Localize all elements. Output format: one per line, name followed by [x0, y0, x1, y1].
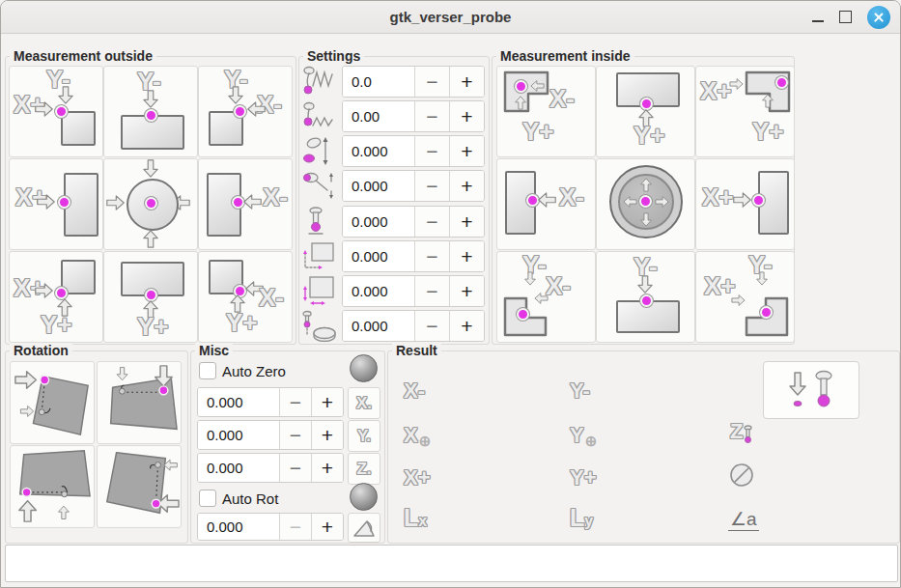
settings-value-input[interactable]	[343, 276, 414, 306]
misc-z-value-input[interactable]	[198, 454, 279, 482]
probe-down-button[interactable]	[763, 361, 859, 419]
misc-spin-row: − +	[197, 387, 344, 417]
increment-button[interactable]: +	[449, 171, 484, 201]
settings-value-input[interactable]	[343, 101, 414, 131]
decrement-button[interactable]: −	[279, 388, 311, 416]
decrement-button[interactable]: −	[414, 241, 449, 271]
zero-z-button[interactable]: Z.	[348, 453, 380, 485]
down-arrow-icon	[756, 271, 768, 286]
x-minus-label: X-	[259, 285, 284, 310]
right-arrow-icon	[655, 196, 669, 208]
decrement-button[interactable]: −	[279, 514, 311, 540]
probe-inside-hole-center-button[interactable]	[596, 158, 695, 250]
set-rotation-button[interactable]	[348, 513, 380, 543]
settings-value-input[interactable]	[343, 67, 414, 97]
x-plus-label: X+	[700, 78, 732, 103]
probe-inside-edge-top-button[interactable]: Y+	[596, 66, 695, 157]
increment-button[interactable]: +	[449, 311, 484, 341]
y-plus-label: Y+	[137, 314, 169, 339]
settings-value-input[interactable]	[343, 136, 414, 166]
left-arrow-icon	[623, 196, 637, 208]
workpiece-square	[61, 111, 96, 146]
increment-button[interactable]: +	[449, 67, 484, 97]
probe-inside-edge-bottom-button[interactable]: Y-	[596, 251, 695, 343]
increment-button[interactable]: +	[311, 388, 343, 416]
probe-outside-corner-bottom-left-button[interactable]: X+ Y+	[9, 251, 103, 343]
y-plus-label: Y+	[522, 119, 554, 144]
rotation-top-edge-button[interactable]	[97, 361, 182, 444]
probe-inside-corner-bottom-right-button[interactable]: Y- X+	[695, 251, 795, 343]
right-arrow-icon	[106, 195, 125, 210]
probe-inside-edge-right-button[interactable]: X+	[695, 158, 795, 250]
rotation-bottom-edge-button[interactable]	[10, 445, 95, 528]
settings-value-input[interactable]	[343, 241, 414, 271]
misc-spin-row: − +	[197, 453, 344, 483]
misc-rot-spin-row: − +	[197, 513, 344, 541]
left-arrow-icon	[538, 192, 556, 208]
misc-rot-value-input[interactable]	[198, 514, 279, 540]
decrement-button[interactable]: −	[279, 421, 311, 449]
message-entry[interactable]	[5, 545, 898, 582]
settings-value-input[interactable]	[343, 207, 414, 237]
settings-value-input[interactable]	[343, 171, 414, 201]
window-title: gtk_verser_probe	[390, 9, 512, 25]
decrement-button[interactable]: −	[414, 276, 449, 306]
increment-button[interactable]: +	[449, 101, 484, 131]
probe-outside-edge-right-button[interactable]: X-	[198, 158, 293, 250]
minimize-button[interactable]	[812, 13, 824, 22]
probe-outside-edge-top-button[interactable]: Y-	[103, 66, 198, 157]
decrement-button[interactable]: −	[414, 207, 449, 237]
settings-value-input[interactable]	[343, 311, 414, 341]
rotation-right-edge-button[interactable]	[97, 445, 182, 528]
zero-y-button[interactable]: Y.	[348, 420, 380, 452]
angle-icon	[352, 518, 376, 539]
probe-inside-corner-bottom-left-button[interactable]: Y- X-	[496, 251, 596, 343]
auto-zero-label: Auto Zero	[222, 363, 286, 379]
right-arrow-icon	[35, 101, 53, 117]
misc-y-value-input[interactable]	[198, 421, 279, 449]
latch-return-icon	[300, 170, 341, 202]
decrement-button[interactable]: −	[414, 67, 449, 97]
increment-button[interactable]: +	[449, 207, 484, 237]
rotation-left-edge-button[interactable]	[10, 361, 95, 444]
auto-zero-checkbox[interactable]	[199, 362, 216, 379]
probe-feed-icon	[300, 100, 341, 132]
x-plus-label: X+	[702, 184, 734, 210]
misc-frame: Misc Auto Zero − + X. − + Y. − + Z. Auto…	[190, 350, 385, 544]
probe-outside-corner-bottom-right-button[interactable]: X- Y+	[198, 251, 293, 343]
probe-inside-edge-left-button[interactable]: X-	[496, 158, 596, 250]
auto-rot-checkbox[interactable]	[199, 490, 216, 507]
zero-x-button[interactable]: X.	[348, 387, 380, 419]
decrement-button[interactable]: −	[279, 454, 311, 482]
probe-outside-edge-left-button[interactable]: X+	[9, 158, 103, 250]
probe-outside-edge-bottom-button[interactable]: Y+	[103, 251, 198, 343]
probe-outside-center-button[interactable]	[103, 158, 198, 250]
measurement-inside-frame: Measurement inside X- Y+ Y+ X+ Y+ X-	[492, 56, 795, 345]
increment-button[interactable]: +	[311, 454, 343, 482]
decrement-button[interactable]: −	[414, 171, 449, 201]
probe-inside-corner-top-right-button[interactable]: X+ Y+	[695, 66, 795, 157]
probe-inside-corner-top-left-button[interactable]: X- Y+	[496, 66, 596, 157]
left-arrow-icon	[247, 101, 266, 117]
increment-button[interactable]: +	[311, 514, 343, 540]
down-arrow-icon	[143, 159, 158, 178]
misc-x-value-input[interactable]	[198, 388, 279, 416]
x-minus-label: X-	[549, 86, 575, 111]
z-clearance-icon	[300, 310, 341, 342]
close-button[interactable]	[867, 6, 890, 29]
increment-button[interactable]: +	[449, 241, 484, 271]
result-ly-label: Ly	[570, 506, 593, 530]
probe-outside-corner-top-left-button[interactable]: Y- X+	[9, 66, 103, 157]
decrement-button[interactable]: −	[414, 136, 449, 166]
maximize-button[interactable]	[839, 11, 852, 23]
center-glyph-icon: ⊕	[419, 433, 432, 449]
rotation-bottom-edge-icon	[11, 446, 94, 525]
y-plus-label: Y+	[634, 123, 665, 148]
probe-outside-corner-top-right-button[interactable]: Y- X-	[198, 66, 293, 157]
increment-button[interactable]: +	[449, 136, 484, 166]
decrement-button[interactable]: −	[414, 311, 449, 341]
decrement-button[interactable]: −	[414, 101, 449, 131]
increment-button[interactable]: +	[311, 421, 343, 449]
increment-button[interactable]: +	[449, 276, 484, 306]
result-x-center-label: X⊕	[404, 425, 431, 450]
